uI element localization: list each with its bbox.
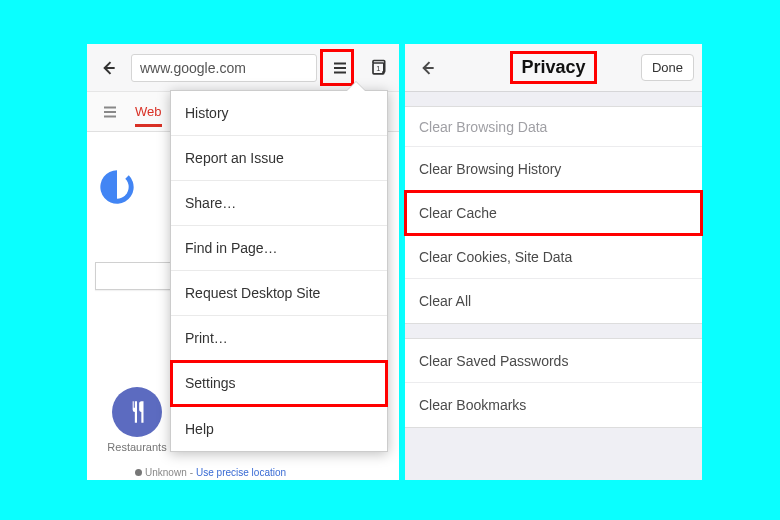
row-clear-cookies-site-data[interactable]: Clear Cookies, Site Data (405, 235, 702, 279)
row-clear-all[interactable]: Clear All (405, 279, 702, 323)
hamburger-icon (101, 103, 119, 121)
location-unknown: Unknown (145, 467, 187, 478)
fork-knife-icon (124, 399, 150, 425)
hamburger-icon (331, 59, 349, 77)
google-logo-icon (97, 167, 137, 207)
row-clear-cache[interactable]: Clear Cache (405, 191, 702, 235)
row-clear-bookmarks[interactable]: Clear Bookmarks (405, 383, 702, 427)
back-button[interactable] (93, 53, 123, 83)
section-header: Clear Browsing Data (405, 107, 702, 147)
row-clear-saved-passwords[interactable]: Clear Saved Passwords (405, 339, 702, 383)
restaurant-label: Restaurants (97, 441, 177, 453)
clear-browsing-section: Clear Browsing Data Clear Browsing Histo… (405, 106, 702, 324)
use-precise-location-link[interactable]: Use precise location (196, 467, 286, 478)
tabs-icon: 1 (368, 58, 388, 78)
menu-button[interactable] (325, 53, 355, 83)
back-arrow-icon (98, 58, 118, 78)
privacy-panel: Privacy Done Clear Browsing Data Clear B… (405, 44, 702, 480)
nav-header: Privacy Done (405, 44, 702, 92)
menu-item-help[interactable]: Help (171, 406, 387, 451)
url-text: www.google.com (140, 60, 246, 76)
clear-other-section: Clear Saved PasswordsClear Bookmarks (405, 338, 702, 428)
menu-item-print[interactable]: Print… (171, 316, 387, 361)
browser-menu-dropdown: HistoryReport an IssueShare…Find in Page… (170, 90, 388, 452)
back-arrow-icon (417, 58, 437, 78)
svg-text:1: 1 (376, 64, 380, 73)
menu-item-share[interactable]: Share… (171, 181, 387, 226)
restaurant-icon-bg (112, 387, 162, 437)
menu-item-history[interactable]: History (171, 91, 387, 136)
done-button[interactable]: Done (641, 54, 694, 81)
location-dot-icon (135, 469, 142, 476)
sub-menu-button[interactable] (97, 99, 123, 125)
location-row: Unknown - Use precise location (135, 467, 286, 478)
menu-item-find-in-page[interactable]: Find in Page… (171, 226, 387, 271)
menu-item-settings[interactable]: Settings (171, 361, 387, 406)
tabs-button[interactable]: 1 (363, 53, 393, 83)
page-title: Privacy (510, 51, 596, 84)
nav-back-button[interactable] (413, 54, 441, 82)
menu-item-request-desktop-site[interactable]: Request Desktop Site (171, 271, 387, 316)
tab-web[interactable]: Web (135, 96, 162, 127)
menu-item-report-an-issue[interactable]: Report an Issue (171, 136, 387, 181)
quick-link-restaurants[interactable]: Restaurants (97, 387, 177, 453)
row-clear-browsing-history[interactable]: Clear Browsing History (405, 147, 702, 191)
url-bar[interactable]: www.google.com (131, 54, 317, 82)
